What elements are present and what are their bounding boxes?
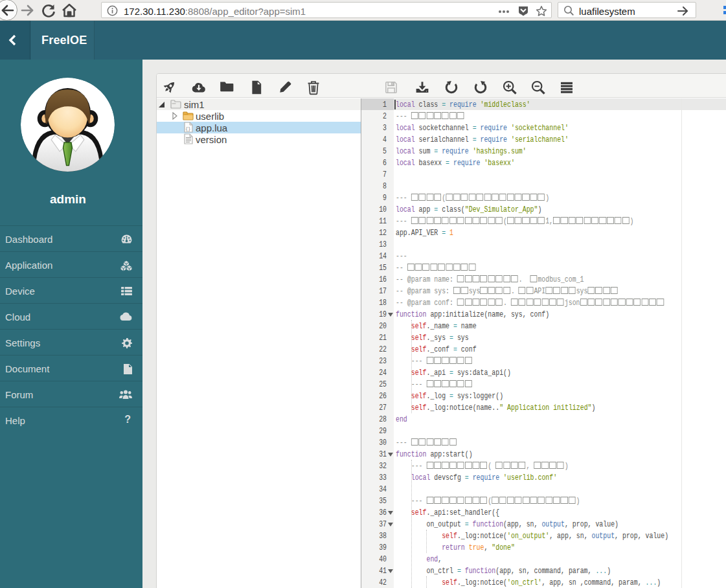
svg-text:{}: {} xyxy=(185,126,190,131)
